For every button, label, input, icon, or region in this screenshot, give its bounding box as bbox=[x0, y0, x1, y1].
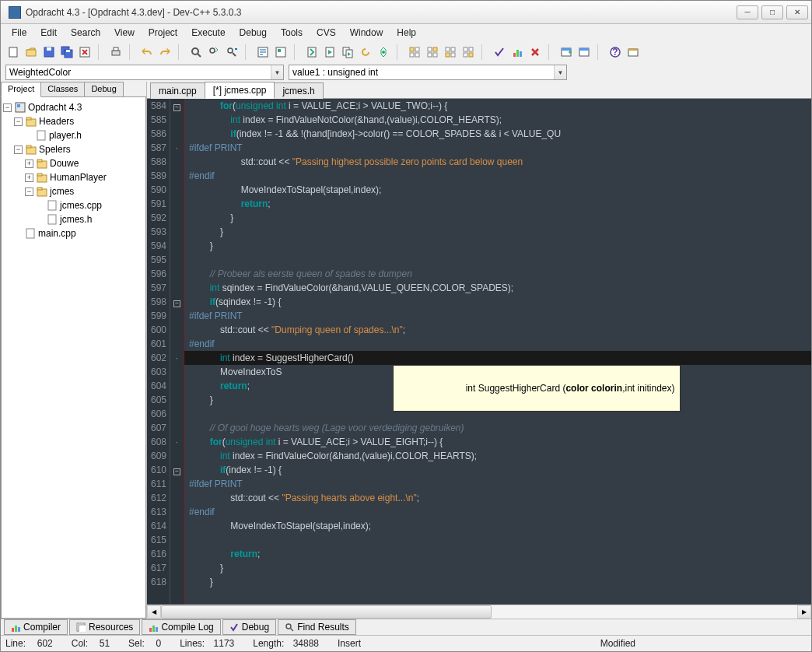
print-icon[interactable] bbox=[108, 44, 124, 60]
toggle-panel2-icon[interactable] bbox=[425, 44, 440, 60]
scroll-right-icon[interactable]: ▶ bbox=[797, 605, 811, 619]
editor-tab[interactable]: [*] jcmes.cpp bbox=[205, 82, 275, 99]
dropdown-icon[interactable]: ▼ bbox=[554, 65, 566, 79]
tree-folder-humanplayer[interactable]: +HumanPlayer bbox=[3, 170, 144, 184]
code-line[interactable]: // Of gooi hoge hearts weg (Lage voor ve… bbox=[184, 421, 811, 435]
find-icon[interactable] bbox=[188, 44, 204, 60]
code-line[interactable]: int index = FindValueColor(&hand,(value)… bbox=[184, 449, 811, 463]
help-icon[interactable]: ? bbox=[607, 44, 623, 60]
code-line[interactable]: return; bbox=[184, 197, 811, 211]
code-editor[interactable]: 5845855865875885895905915925935945955965… bbox=[147, 99, 811, 605]
menu-search[interactable]: Search bbox=[65, 26, 107, 40]
save-all-icon[interactable] bbox=[59, 44, 75, 60]
menu-execute[interactable]: Execute bbox=[185, 26, 231, 40]
new-file-icon[interactable] bbox=[5, 44, 21, 60]
open-icon[interactable] bbox=[23, 44, 39, 60]
close-button[interactable]: ✕ bbox=[786, 5, 808, 19]
profile-icon[interactable] bbox=[509, 44, 525, 60]
check-icon[interactable] bbox=[492, 44, 507, 60]
undo-icon[interactable] bbox=[139, 44, 155, 60]
code-line[interactable]: std::cout << "Passing highest possible z… bbox=[184, 155, 811, 169]
menu-debug[interactable]: Debug bbox=[233, 26, 273, 40]
code-line[interactable]: if(index != -1) { bbox=[184, 463, 811, 477]
panel-tab-project[interactable]: Project bbox=[1, 82, 41, 97]
menu-project[interactable]: Project bbox=[142, 26, 184, 40]
panel-tab-debug[interactable]: Debug bbox=[84, 82, 123, 97]
bottom-tab-debug[interactable]: Debug bbox=[222, 619, 276, 635]
code-line[interactable]: for(unsigned int i = VALUE_ACE;i > VALUE… bbox=[184, 435, 811, 449]
code-line[interactable]: #ifdef PRINT bbox=[184, 309, 811, 323]
bottom-tab-compiler[interactable]: Compiler bbox=[4, 619, 68, 635]
class-combo[interactable]: WeightedColor ▼ bbox=[5, 65, 284, 80]
tree-file[interactable]: main.cpp bbox=[3, 226, 144, 240]
replace-icon[interactable] bbox=[206, 44, 222, 60]
goto-line-icon[interactable] bbox=[255, 44, 271, 60]
find-next-icon[interactable] bbox=[224, 44, 240, 60]
code-line[interactable]: #ifdef PRINT bbox=[184, 477, 811, 491]
code-line[interactable]: #endif bbox=[184, 337, 811, 351]
code-line[interactable]: } bbox=[184, 561, 811, 575]
rebuild-icon[interactable] bbox=[358, 44, 373, 60]
delete-icon[interactable] bbox=[527, 44, 543, 60]
panel-tab-classes[interactable]: Classes bbox=[40, 82, 85, 97]
scroll-left-icon[interactable]: ◀ bbox=[147, 605, 161, 619]
code-line[interactable]: } bbox=[184, 225, 811, 239]
code-line[interactable]: int index = FindValueNotColor(&hand,(val… bbox=[184, 113, 811, 127]
tree-file[interactable]: jcmes.cpp bbox=[3, 198, 144, 212]
minimize-button[interactable]: ─ bbox=[737, 5, 758, 19]
tree-folder-jcmes[interactable]: −jcmes bbox=[3, 184, 144, 198]
code-line[interactable]: } bbox=[184, 239, 811, 253]
fold-column[interactable]: −·−··− bbox=[170, 99, 184, 605]
bottom-tab-resources[interactable]: Resources bbox=[69, 619, 140, 635]
menu-cvs[interactable]: CVS bbox=[310, 26, 342, 40]
toggle-panel1-icon[interactable] bbox=[407, 44, 422, 60]
window-list-icon[interactable] bbox=[576, 44, 592, 60]
code-line[interactable]: } bbox=[184, 575, 811, 589]
redo-icon[interactable] bbox=[157, 44, 173, 60]
compile-icon[interactable] bbox=[304, 44, 320, 60]
tree-root[interactable]: −Opdracht 4.3 bbox=[3, 100, 144, 114]
tree-folder-headers[interactable]: −Headers bbox=[3, 114, 144, 128]
code-line[interactable]: #ifdef PRINT bbox=[184, 141, 811, 155]
horizontal-scrollbar[interactable]: ◀ ▶ bbox=[147, 605, 811, 619]
code-line[interactable] bbox=[184, 533, 811, 547]
code-line[interactable]: return; bbox=[184, 547, 811, 561]
toggle-panel4-icon[interactable] bbox=[460, 44, 476, 60]
menu-window[interactable]: Window bbox=[344, 26, 390, 40]
code-line[interactable]: #endif bbox=[184, 505, 811, 519]
code-line[interactable]: int sqindex = FindValueColor(&hand,VALUE… bbox=[184, 281, 811, 295]
editor-tab[interactable]: jcmes.h bbox=[274, 82, 323, 99]
debug-icon[interactable] bbox=[376, 44, 391, 60]
save-icon[interactable] bbox=[41, 44, 57, 60]
menu-view[interactable]: View bbox=[108, 26, 141, 40]
about-icon[interactable] bbox=[625, 44, 641, 60]
bottom-tab-find-results[interactable]: Find Results bbox=[278, 619, 356, 635]
code-line[interactable]: MoveIndexToStapel(stapel,index); bbox=[184, 183, 811, 197]
project-tree[interactable]: −Opdracht 4.3 −Headers player.h −Spelers… bbox=[1, 96, 146, 619]
code-line[interactable]: #endif bbox=[184, 169, 811, 183]
toggle-panel3-icon[interactable] bbox=[443, 44, 458, 60]
tree-folder-spelers[interactable]: −Spelers bbox=[3, 142, 144, 156]
member-combo[interactable]: value1 : unsigned int ▼ bbox=[289, 65, 567, 80]
code-line[interactable]: } bbox=[184, 211, 811, 225]
code-line[interactable]: std::cout << "Passing hearts above eight… bbox=[184, 491, 811, 505]
compile-run-icon[interactable] bbox=[340, 44, 355, 60]
tree-folder-douwe[interactable]: +Douwe bbox=[3, 156, 144, 170]
code-line[interactable]: int index = SuggestHigherCard() bbox=[184, 351, 811, 365]
code-line[interactable]: // Probeer als eerste queen of spades te… bbox=[184, 267, 811, 281]
code-line[interactable] bbox=[184, 253, 811, 267]
code-line[interactable]: for(unsigned int i = VALUE_ACE;i > VALUE… bbox=[184, 99, 811, 113]
maximize-button[interactable]: □ bbox=[761, 5, 783, 19]
menu-help[interactable]: Help bbox=[390, 26, 422, 40]
window-new-icon[interactable] bbox=[558, 44, 574, 60]
code-line[interactable]: if(index != -1 && !(hand[index]->color()… bbox=[184, 127, 811, 141]
bookmark-icon[interactable] bbox=[273, 44, 289, 60]
tree-file[interactable]: player.h bbox=[3, 128, 144, 142]
code-line[interactable]: std::cout << "Dumping queen of spades...… bbox=[184, 323, 811, 337]
tree-file[interactable]: jcmes.h bbox=[3, 212, 144, 226]
menu-tools[interactable]: Tools bbox=[275, 26, 309, 40]
bottom-tab-compile-log[interactable]: Compile Log bbox=[142, 619, 220, 635]
menu-edit[interactable]: Edit bbox=[34, 26, 63, 40]
code-line[interactable]: MoveIndexToStapel(stapel,index); bbox=[184, 519, 811, 533]
dropdown-icon[interactable]: ▼ bbox=[271, 65, 283, 79]
